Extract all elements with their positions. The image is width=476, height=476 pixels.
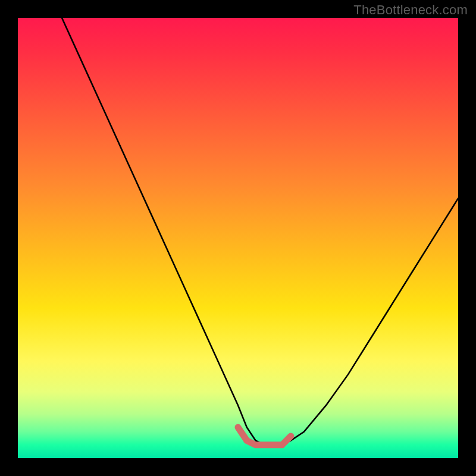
plot-area — [18, 18, 458, 458]
bottleneck-curve — [62, 18, 458, 445]
watermark-label: TheBottleneck.com — [353, 2, 468, 18]
chart-frame: TheBottleneck.com — [0, 0, 476, 476]
valley-highlight — [238, 427, 291, 445]
curve-layer — [18, 18, 458, 458]
